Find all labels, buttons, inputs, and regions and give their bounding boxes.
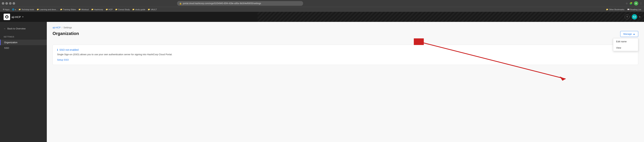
url-text: portal.cloud.hashicorp.com/orgs/01f34945… (183, 2, 301, 5)
bookmark-learning[interactable]: 📁 Learning and deve... (36, 8, 59, 11)
main-layout: ← Back to Overview Settings Organization… (0, 22, 644, 142)
sso-description: Single Sign-on (SSO) allows you to use y… (57, 53, 634, 56)
org-dropdown-caret: ▾ (22, 16, 24, 18)
breadcrumb-current: Settings (63, 26, 72, 29)
bookmark-other-label: Other Bookmarks (609, 8, 624, 10)
bookmark-star-icon[interactable]: ☆ (626, 2, 628, 5)
bookmarks-right: 📁 Other Bookmarks 📖 Reading List (605, 8, 642, 11)
sidebar-sso-label: SSO (4, 47, 9, 49)
sso-title: SSO not enabled (60, 48, 79, 51)
forward-button[interactable]: › (6, 2, 8, 5)
sso-header: ℹ SSO not enabled (57, 48, 634, 51)
bookmark-consul-label: Consul Study (118, 8, 130, 10)
sidebar-item-organization[interactable]: Organization (0, 40, 47, 45)
bookmark-hcp-label: HCP (108, 8, 113, 10)
org-name: aji-HCP (12, 15, 21, 18)
bookmark-other[interactable]: 📁 Other Bookmarks (605, 8, 626, 11)
bookmark-reading-icon: 📖 (627, 8, 630, 10)
bookmark-learning-label: Learning and deve... (40, 8, 58, 10)
bookmark-hashicorp[interactable]: 📁 Hashicorp (90, 8, 104, 11)
bookmark-study-label: study guide (135, 8, 145, 10)
user-menu-caret[interactable]: ▾ (639, 16, 640, 18)
settings-section-label: Settings (0, 35, 47, 39)
bookmark-reading[interactable]: 📖 Reading List (626, 8, 642, 11)
back-button[interactable]: ‹ (2, 2, 4, 5)
bookmark-techstop-label: Techstop tools (22, 8, 34, 10)
bookmarks-bar: ⊞ Apps 🌐 e 📁 Techstop tools 📁 Learning a… (0, 7, 644, 12)
bookmark-vault[interactable]: 📁 VAULT (147, 8, 158, 11)
bookmark-techstop[interactable]: 📁 Techstop tools (18, 8, 35, 11)
bookmark-workout-icon: 📁 (78, 8, 81, 10)
bookmark-e-label: e (15, 8, 16, 10)
refresh-button[interactable]: ↻ (9, 2, 12, 5)
back-arrow-icon: ← (4, 27, 6, 30)
home-button[interactable]: ⌂ (12, 2, 15, 5)
back-to-overview-label: Back to Overview (8, 27, 26, 30)
profile-icon[interactable]: A (634, 1, 638, 5)
bookmark-hashicorp-icon: 📁 (91, 8, 94, 10)
logo-area[interactable]: aji-HCP ▾ (4, 14, 24, 20)
bookmark-consul[interactable]: 📁 Consul Study (114, 8, 131, 11)
sso-info-icon: ℹ (57, 48, 58, 51)
user-avatar[interactable]: AJ (632, 14, 637, 19)
header-right: ? AJ ▾ (624, 14, 640, 19)
manage-caret-icon: ▲ (633, 33, 635, 35)
bookmark-training[interactable]: 📁 Training Slides (59, 8, 77, 11)
sso-card: ℹ SSO not enabled Single Sign-on (SSO) a… (52, 45, 638, 65)
sidebar-item-sso[interactable]: SSO (0, 45, 47, 51)
manage-label: Manage (623, 33, 632, 35)
bookmark-study[interactable]: 📁 study guide (131, 8, 146, 11)
bookmark-training-icon: 📁 (60, 8, 62, 10)
manage-button[interactable]: Manage ▲ (620, 31, 638, 37)
apps-bookmark[interactable]: ⊞ Apps (2, 8, 10, 11)
breadcrumb-org-link[interactable]: aji-HCP (52, 26, 61, 29)
page-header-row: Organization Manage ▲ Edit name View (52, 31, 638, 40)
bookmark-reading-label: Reading List (630, 8, 641, 10)
bookmark-learning-icon: 📁 (37, 8, 39, 10)
bookmark-consul-icon: 📁 (115, 8, 117, 10)
sidebar-organization-label: Organization (4, 41, 18, 44)
bookmark-study-icon: 📁 (132, 8, 134, 10)
setup-sso-link[interactable]: Setup SSO (57, 59, 69, 61)
bookmark-vault-label: VAULT (151, 8, 157, 10)
help-button[interactable]: ? (624, 14, 630, 19)
page-title: Organization (52, 31, 79, 36)
address-bar[interactable]: 🔒 portal.cloud.hashicorp.com/orgs/01f349… (177, 1, 303, 6)
svg-marker-2 (560, 76, 566, 81)
bookmark-workout-label: Workout (81, 8, 89, 10)
menu-dots-icon[interactable]: ⋮ (640, 2, 642, 5)
bookmark-hashicorp-label: Hashicorp (94, 8, 103, 10)
hashicorp-logo (4, 14, 10, 20)
bookmark-workout[interactable]: 📁 Workout (78, 8, 90, 11)
apps-icon: ⊞ (3, 8, 4, 10)
apps-label: Apps (5, 8, 10, 10)
manage-dropdown: Edit name View (613, 38, 638, 51)
lock-icon: 🔒 (179, 2, 182, 5)
sidebar: ← Back to Overview Settings Organization… (0, 22, 47, 142)
bookmark-e[interactable]: 🌐 e (11, 8, 17, 11)
bookmark-hcp[interactable]: 📁 HCP (104, 8, 114, 11)
breadcrumb-separator: / (62, 26, 62, 29)
dropdown-edit-name[interactable]: Edit name (613, 38, 638, 45)
bookmark-hcp-icon: 📁 (106, 8, 108, 10)
browser-actions: ☆ 🧩 A ⋮ (626, 1, 642, 5)
extensions-icon[interactable]: 🧩 (630, 2, 632, 5)
back-to-overview[interactable]: ← Back to Overview (0, 25, 47, 32)
bookmark-other-icon: 📁 (606, 8, 608, 10)
app-header: aji-HCP ▾ ? AJ ▾ (0, 12, 644, 22)
content-area: aji-HCP / Settings Organization Manage ▲… (47, 22, 644, 142)
browser-chrome: ‹ › ↻ ⌂ 🔒 portal.cloud.hashicorp.com/org… (0, 0, 644, 7)
bookmark-vault-icon: 📁 (148, 8, 150, 10)
manage-container: Manage ▲ Edit name View (620, 31, 638, 37)
breadcrumb: aji-HCP / Settings (52, 26, 638, 29)
bookmark-e-icon: 🌐 (12, 8, 14, 10)
bookmark-training-label: Training Slides (63, 8, 76, 10)
dropdown-view[interactable]: View (613, 45, 638, 51)
bookmark-techstop-icon: 📁 (18, 8, 21, 10)
browser-controls: ‹ › ↻ ⌂ (2, 2, 15, 5)
